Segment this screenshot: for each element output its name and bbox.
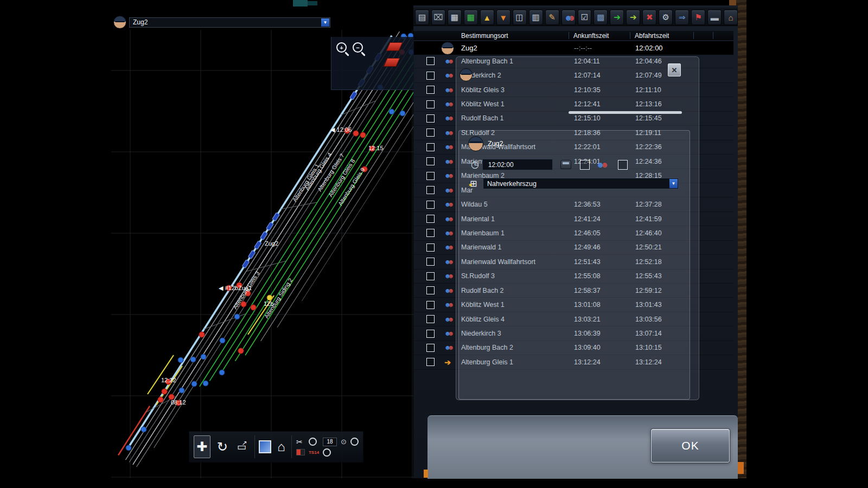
row-checkbox[interactable] — [426, 229, 435, 237]
row-checkbox[interactable] — [426, 272, 435, 280]
radio-indicator[interactable] — [309, 438, 317, 446]
row-checkbox[interactable] — [426, 344, 435, 352]
chevron-down-icon[interactable]: ▼ — [669, 179, 678, 188]
signal-dot-blue[interactable] — [389, 109, 394, 114]
row-checkbox[interactable] — [426, 143, 435, 151]
row-checkbox[interactable] — [426, 172, 435, 180]
signal-marker-icon[interactable] — [386, 42, 403, 51]
row-checkbox[interactable] — [426, 186, 435, 194]
signal-dot-blue[interactable] — [192, 381, 197, 387]
edit-icon[interactable]: ✎ — [545, 10, 559, 25]
row-checkbox[interactable] — [426, 258, 435, 266]
ok-button[interactable]: OK — [651, 429, 730, 463]
grid-icon[interactable]: ▦ — [448, 10, 462, 25]
train-car[interactable] — [248, 251, 255, 259]
move-up-icon[interactable]: ▲ — [480, 10, 494, 25]
signal-dot-red[interactable] — [353, 131, 359, 136]
row-checkbox[interactable] — [426, 114, 435, 123]
signal-dot-blue[interactable] — [141, 427, 146, 432]
train-car[interactable] — [266, 222, 273, 230]
speed-value[interactable]: 18 — [323, 438, 337, 446]
signal-marker-icon[interactable] — [383, 58, 400, 67]
row-checkbox[interactable] — [426, 100, 435, 108]
signal-dot-yellow[interactable] — [267, 295, 272, 300]
train-select-dropdown[interactable]: Zug2 ▼ — [129, 17, 330, 28]
row-checkbox[interactable] — [426, 315, 435, 323]
close-icon[interactable]: ✕ — [668, 63, 681, 76]
transform-icon[interactable]: ▭↗ — [234, 436, 250, 458]
probe-icon[interactable]: ⊙ — [341, 438, 347, 446]
row-checkbox[interactable] — [426, 201, 435, 209]
delete-icon[interactable]: ⌧ — [431, 10, 445, 25]
train-car[interactable] — [254, 241, 261, 249]
chevron-down-icon[interactable]: ▼ — [321, 18, 329, 27]
row-checkbox[interactable] — [426, 57, 435, 65]
row-checkbox[interactable] — [426, 301, 435, 309]
signal-dot-blue[interactable] — [190, 357, 196, 362]
signal-dot-blue[interactable] — [126, 445, 131, 451]
row-checkbox[interactable] — [426, 72, 435, 80]
checklist-icon[interactable]: ☑ — [578, 10, 592, 25]
signal-dot-blue[interactable] — [219, 370, 225, 375]
passengers-icon[interactable]: ☻ — [596, 160, 610, 169]
signal-dot-red[interactable] — [238, 348, 244, 354]
insert-row-icon[interactable]: ▥ — [529, 10, 543, 25]
row-checkbox[interactable] — [426, 286, 435, 294]
row-checkbox[interactable] — [426, 157, 435, 165]
option-checkbox[interactable] — [618, 160, 628, 170]
signal-dot-red[interactable] — [162, 389, 167, 394]
zoom-out-icon[interactable]: − — [353, 42, 363, 53]
radio-indicator[interactable] — [323, 448, 331, 457]
signal-dot-blue[interactable] — [203, 381, 208, 386]
flag-icon[interactable]: ⚑ — [691, 10, 705, 25]
row-checkbox[interactable] — [426, 358, 435, 366]
track-map[interactable]: Altenburg Gleis 1Altenburg Gleis 4Altenb… — [111, 30, 413, 478]
cut-icon[interactable]: ✂ — [296, 438, 305, 446]
zoom-in-icon[interactable]: + — [336, 42, 347, 53]
track-icon[interactable]: ▬ — [707, 10, 722, 25]
signal-dot-blue[interactable] — [178, 357, 183, 363]
signal-dot-red[interactable] — [360, 132, 366, 138]
minimap-icon[interactable] — [259, 440, 271, 453]
signal-dot-blue[interactable] — [400, 111, 405, 116]
save-icon[interactable]: ▤ — [415, 10, 429, 25]
goto-destination-icon[interactable]: ➔ — [626, 10, 640, 25]
train-summary-row[interactable]: Zug2 --:--:-- 12:02:00 — [413, 41, 733, 55]
home-icon[interactable]: ⌂ — [276, 436, 287, 458]
departure-time-field[interactable]: 12:02:00 — [482, 159, 553, 170]
add-destination-icon[interactable]: ➔ — [610, 10, 624, 25]
rotate-icon[interactable]: ↻ — [215, 436, 231, 458]
row-checkbox[interactable] — [426, 215, 435, 223]
switch-icon[interactable] — [296, 449, 305, 455]
signal-dot-red[interactable] — [199, 332, 205, 337]
insert-column-icon[interactable]: ◫ — [513, 10, 527, 25]
import-icon[interactable]: ⇒ — [675, 10, 689, 25]
row-checkbox[interactable] — [426, 86, 435, 94]
signal-dot-blue[interactable] — [179, 388, 184, 393]
row-checkbox[interactable] — [426, 129, 435, 137]
train-car[interactable] — [272, 213, 279, 221]
pan-icon[interactable]: ✚ — [194, 435, 210, 458]
schedule-settings-icon[interactable]: ⊞ — [470, 179, 479, 188]
add-timetable-icon[interactable]: ▦ — [464, 10, 478, 25]
signal-dot-blue[interactable] — [220, 338, 225, 343]
train-car[interactable] — [350, 92, 357, 100]
train-icon[interactable] — [560, 160, 571, 169]
signal-dot-blue[interactable] — [234, 314, 240, 319]
signal-dot-red[interactable] — [251, 305, 256, 310]
settings-icon[interactable]: ⚙ — [659, 10, 673, 25]
depot-icon[interactable]: ⌂ — [724, 10, 738, 25]
row-checkbox[interactable] — [426, 330, 435, 338]
signal-dot-blue[interactable] — [201, 354, 206, 359]
row-checkbox[interactable] — [426, 243, 435, 252]
option-checkbox[interactable] — [580, 160, 590, 170]
train-car[interactable] — [242, 260, 249, 268]
train-type-dropdown[interactable]: Nahverkehrszug ▼ — [483, 178, 679, 189]
train-car[interactable] — [260, 232, 267, 240]
radio-indicator[interactable] — [350, 438, 359, 446]
signal-dot-red[interactable] — [158, 397, 163, 402]
block-grid-icon[interactable]: ▩ — [593, 10, 608, 25]
drag-bar[interactable] — [569, 111, 682, 114]
remove-destination-icon[interactable]: ✖ — [642, 10, 656, 25]
passengers-icon[interactable]: ☻ — [561, 10, 576, 25]
